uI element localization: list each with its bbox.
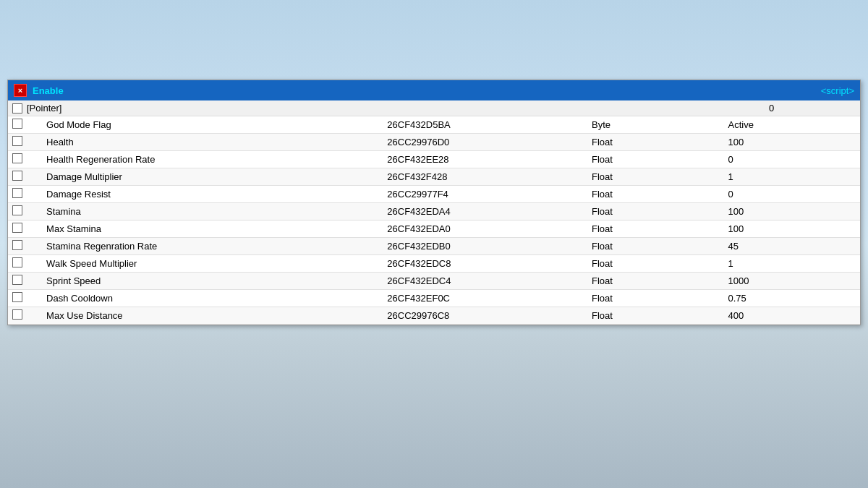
row-value: 400 (723, 307, 860, 325)
row-value: 45 (723, 238, 860, 255)
row-type: Float (587, 134, 723, 151)
row-check-cell (8, 290, 42, 307)
row-address: 26CC29976C8 (383, 307, 587, 325)
script-label: <script> (821, 85, 854, 96)
row-name: Max Stamina (42, 221, 383, 238)
row-value: 0 (723, 151, 860, 168)
row-type: Float (587, 168, 723, 186)
table-row: Health 26CC29976D0 Float 100 (8, 134, 860, 151)
table-row: Damage Resist 26CC29977F4 Float 0 (8, 186, 860, 203)
row-check-cell (8, 273, 42, 290)
pointer-label: [Pointer] (27, 103, 769, 114)
row-value: 100 (723, 134, 860, 151)
row-value: 100 (723, 221, 860, 238)
row-address: 26CF432EDA0 (383, 221, 587, 238)
row-checkbox[interactable] (12, 188, 22, 198)
row-value: 1 (723, 255, 860, 273)
row-check-cell (8, 116, 42, 134)
row-type: Float (587, 307, 723, 325)
header-row: × Enable <script> (8, 80, 860, 100)
table-row: Damage Multiplier 26CF432F428 Float 1 (8, 168, 860, 186)
row-type: Float (587, 151, 723, 168)
row-name: Stamina (42, 203, 383, 221)
row-name: God Mode Flag (42, 116, 383, 134)
row-check-cell (8, 168, 42, 186)
row-name: Damage Multiplier (42, 168, 383, 186)
row-address: 26CF432F428 (383, 168, 587, 186)
row-name: Max Use Distance (42, 307, 383, 325)
row-checkbox[interactable] (12, 240, 22, 250)
row-address: 26CF432D5BA (383, 116, 587, 134)
pointer-checkbox[interactable] (12, 103, 22, 114)
table-row: Dash Cooldown 26CF432EF0C Float 0.75 (8, 290, 860, 307)
row-checkbox[interactable] (12, 205, 22, 215)
row-value: 0.75 (723, 290, 860, 307)
row-address: 26CF432EDC8 (383, 255, 587, 273)
row-type: Float (587, 273, 723, 290)
table-row: God Mode Flag 26CF432D5BA Byte Active (8, 116, 860, 134)
row-name: Damage Resist (42, 186, 383, 203)
row-address: 26CF432EDB0 (383, 238, 587, 255)
row-type: Float (587, 203, 723, 221)
row-value: 1000 (723, 273, 860, 290)
row-check-cell (8, 203, 42, 221)
table-row: Health Regeneration Rate 26CF432EE28 Flo… (8, 151, 860, 168)
row-check-cell (8, 255, 42, 273)
row-checkbox[interactable] (12, 292, 22, 302)
row-value: 100 (723, 203, 860, 221)
row-check-cell (8, 238, 42, 255)
table-row: Stamina 26CF432EDA4 Float 100 (8, 203, 860, 221)
row-name: Sprint Speed (42, 273, 383, 290)
row-address: 26CF432EDC4 (383, 273, 587, 290)
row-type: Byte (587, 116, 723, 134)
row-name: Dash Cooldown (42, 290, 383, 307)
row-type: Float (587, 290, 723, 307)
row-value: 0 (723, 186, 860, 203)
row-checkbox[interactable] (12, 171, 22, 181)
pointer-value: 0 (769, 103, 856, 114)
row-value: Active (723, 116, 860, 134)
table-row: Max Use Distance 26CC29976C8 Float 400 (8, 307, 860, 325)
row-type: Float (587, 255, 723, 273)
row-name: Stamina Regenration Rate (42, 238, 383, 255)
table-row: Max Stamina 26CF432EDA0 Float 100 (8, 221, 860, 238)
row-type: Float (587, 186, 723, 203)
table-row: Sprint Speed 26CF432EDC4 Float 1000 (8, 273, 860, 290)
row-checkbox[interactable] (12, 223, 22, 233)
cheat-table: × Enable <script> [Pointer] 0 God Mode F… (7, 80, 861, 325)
row-type: Float (587, 238, 723, 255)
table-row: Stamina Regenration Rate 26CF432EDB0 Flo… (8, 238, 860, 255)
row-checkbox[interactable] (12, 257, 22, 267)
data-table: God Mode Flag 26CF432D5BA Byte Active He… (8, 116, 860, 325)
row-checkbox[interactable] (12, 309, 22, 320)
row-checkbox[interactable] (12, 119, 22, 129)
row-name: Walk Speed Multiplier (42, 255, 383, 273)
row-name: Health Regeneration Rate (42, 151, 383, 168)
row-check-cell (8, 151, 42, 168)
row-address: 26CF432EF0C (383, 290, 587, 307)
row-address: 26CF432EE28 (383, 151, 587, 168)
row-check-cell (8, 134, 42, 151)
row-address: 26CF432EDA4 (383, 203, 587, 221)
row-type: Float (587, 221, 723, 238)
row-checkbox[interactable] (12, 136, 22, 146)
row-check-cell (8, 307, 42, 325)
row-name: Health (42, 134, 383, 151)
row-check-cell (8, 186, 42, 203)
enable-label: Enable (33, 85, 821, 96)
pointer-row: [Pointer] 0 (8, 100, 860, 116)
table-row: Walk Speed Multiplier 26CF432EDC8 Float … (8, 255, 860, 273)
row-address: 26CC29977F4 (383, 186, 587, 203)
row-address: 26CC29976D0 (383, 134, 587, 151)
row-value: 1 (723, 168, 860, 186)
row-checkbox[interactable] (12, 153, 22, 163)
row-check-cell (8, 221, 42, 238)
close-button[interactable]: × (14, 84, 27, 97)
row-checkbox[interactable] (12, 275, 22, 285)
